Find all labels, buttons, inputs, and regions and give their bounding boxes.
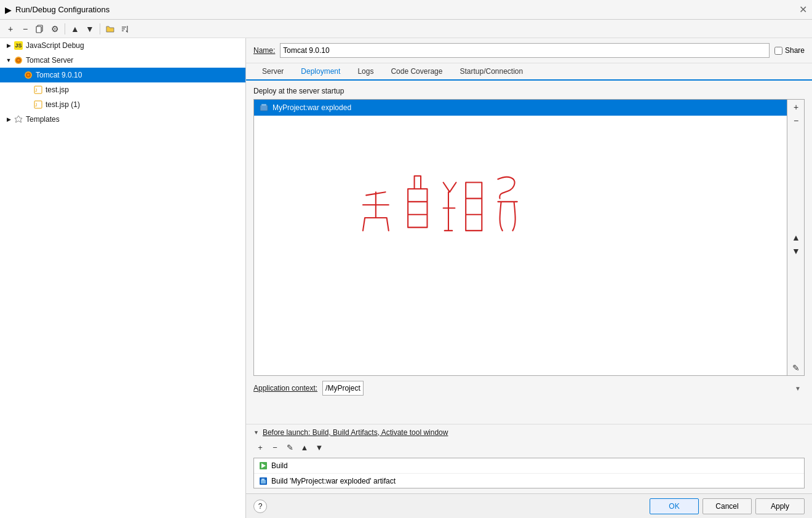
toolbar: + − ⚙ ▲ ▼ [0, 20, 812, 38]
before-launch-toolbar: + − ✎ ▲ ▼ [253, 440, 805, 454]
deploy-scroll-up-button[interactable]: ▲ [790, 231, 802, 244]
app-context-label: Application context: [253, 384, 317, 392]
deploy-remove-button[interactable]: − [790, 114, 802, 127]
tab-logs[interactable]: Logs [349, 63, 382, 81]
deploy-list: MyProject:war exploded [253, 99, 787, 376]
deploy-scroll-down-button[interactable]: ▼ [790, 245, 802, 257]
test-jsp-1-icon: J [33, 100, 43, 110]
sort-button[interactable] [118, 22, 132, 36]
toolbar-separator-1 [65, 23, 65, 34]
expand-arrow-templates: ▶ [4, 114, 14, 124]
deploy-add-button[interactable]: + [790, 101, 802, 113]
js-debug-icon: JS [14, 41, 23, 50]
sidebar-item-tomcat-9010[interactable]: Tomcat 9.0.10 [0, 68, 245, 82]
bl-item-artifact-label: Build 'MyProject:war exploded' artifact [271, 477, 396, 485]
svg-rect-16 [261, 104, 266, 106]
app-context-wrapper: /MyProject [322, 381, 805, 396]
cancel-button[interactable]: Cancel [703, 498, 752, 514]
tab-code-coverage[interactable]: Code Coverage [382, 63, 451, 81]
ok-button[interactable]: OK [650, 498, 699, 514]
tab-startup-connection[interactable]: Startup/Connection [451, 63, 531, 81]
sidebar: ▶ JS JavaScript Debug ▼ Tomcat Server [0, 38, 246, 518]
svg-rect-1 [36, 26, 41, 33]
bl-down-button[interactable]: ▼ [312, 440, 326, 454]
expand-arrow-tomcat: ▼ [4, 55, 14, 65]
title-bar: ▶ Run/Debug Configurations ✕ [0, 0, 812, 20]
help-button[interactable]: ? [253, 500, 267, 513]
bl-remove-button[interactable]: − [268, 440, 282, 454]
expand-arrow-js-debug: ▶ [4, 41, 14, 50]
build-icon [259, 461, 268, 470]
right-panel: Name: Share Server Deployment Logs Code … [246, 38, 812, 518]
sidebar-item-js-debug[interactable]: ▶ JS JavaScript Debug [0, 38, 245, 53]
app-context-select[interactable]: /MyProject [322, 381, 364, 396]
tomcat-9010-label: Tomcat 9.0.10 [36, 71, 82, 79]
tabs-bar: Server Deployment Logs Code Coverage Sta… [246, 63, 812, 81]
deploy-at-startup-label: Deploy at the server startup [253, 87, 805, 95]
name-input[interactable] [280, 43, 770, 58]
tomcat-server-icon [14, 55, 23, 65]
svg-text:J: J [35, 103, 38, 107]
main-content: ▶ JS JavaScript Debug ▼ Tomcat Server [0, 38, 812, 518]
share-area: Share [774, 46, 805, 55]
deploy-edit-button[interactable]: ✎ [790, 362, 802, 374]
svg-rect-15 [260, 105, 268, 111]
name-row: Name: Share [246, 38, 812, 63]
bl-edit-button[interactable]: ✎ [283, 440, 297, 454]
share-checkbox[interactable] [774, 47, 782, 55]
close-button[interactable]: ✕ [799, 4, 807, 15]
name-label: Name: [253, 46, 275, 55]
tomcat-server-label: Tomcat Server [26, 56, 73, 65]
templates-icon [14, 114, 23, 124]
js-debug-label: JavaScript Debug [26, 41, 84, 50]
tomcat-run-icon [23, 70, 33, 80]
deploy-action-buttons: + − ▲ ▼ ✎ [787, 99, 805, 376]
before-launch-list: Build Build 'MyProject:war exploded' art… [253, 458, 805, 488]
app-icon: ▶ [5, 5, 12, 15]
bl-add-button[interactable]: + [253, 440, 267, 454]
before-launch-header: ▼ Before launch: Build, Build Artifacts,… [253, 428, 805, 437]
svg-point-10 [27, 74, 30, 76]
window-title: Run/Debug Configurations [15, 5, 109, 14]
tab-deployment[interactable]: Deployment [292, 63, 349, 81]
sidebar-item-test-jsp-1[interactable]: J test.jsp (1) [0, 97, 245, 112]
apply-button[interactable]: Apply [755, 498, 805, 514]
folder-button[interactable] [103, 22, 117, 36]
test-jsp-icon: J [33, 85, 43, 95]
move-up-button[interactable]: ▲ [68, 22, 82, 36]
deploy-item-label: MyProject:war exploded [273, 103, 351, 112]
before-launch-title: Before launch: Build, Build Artifacts, A… [263, 428, 448, 437]
annotation-area [254, 118, 787, 375]
bl-up-button[interactable]: ▲ [298, 440, 311, 454]
artifact-icon [259, 103, 269, 113]
share-label: Share [785, 46, 805, 55]
tab-content-deployment: Deploy at the server startup MyProject:w… [246, 81, 812, 424]
bl-item-build-artifact[interactable]: Build 'MyProject:war exploded' artifact [254, 473, 804, 488]
bl-item-build[interactable]: Build [254, 458, 804, 473]
toolbar-separator-2 [100, 23, 100, 34]
sidebar-item-tomcat-server[interactable]: ▼ Tomcat Server [0, 53, 245, 68]
move-down-button[interactable]: ▼ [83, 22, 97, 36]
before-launch-section: ▼ Before launch: Build, Build Artifacts,… [246, 424, 812, 493]
settings-config-button[interactable]: ⚙ [48, 22, 62, 36]
test-jsp-1-label: test.jsp (1) [46, 100, 80, 109]
tab-server[interactable]: Server [253, 63, 292, 81]
remove-config-button[interactable]: − [18, 22, 32, 36]
test-jsp-label: test.jsp [46, 86, 69, 94]
app-context-row: Application context: /MyProject [253, 376, 805, 398]
copy-config-button[interactable] [33, 22, 47, 36]
templates-label: Templates [26, 115, 60, 124]
build-artifact-icon [259, 477, 268, 485]
svg-text:J: J [35, 88, 38, 92]
bl-item-build-label: Build [271, 461, 288, 470]
collapse-arrow[interactable]: ▼ [253, 429, 259, 436]
bottom-bar: ? OK Cancel Apply [246, 493, 812, 518]
sidebar-item-test-jsp[interactable]: J test.jsp [0, 82, 245, 97]
svg-point-7 [17, 59, 20, 62]
svg-rect-21 [261, 479, 265, 480]
add-config-button[interactable]: + [4, 22, 17, 36]
deploy-area: MyProject:war exploded [253, 99, 805, 376]
deploy-item-myproject[interactable]: MyProject:war exploded [254, 100, 787, 116]
sidebar-item-templates[interactable]: ▶ Templates [0, 112, 245, 127]
